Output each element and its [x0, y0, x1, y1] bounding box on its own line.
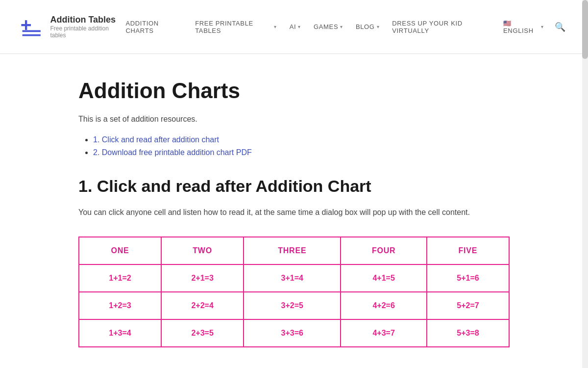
- dropdown-arrow-icon: ▾: [541, 24, 544, 29]
- table-row: 1+3=4 2+3=5 3+3=6 4+3=7 5+3=8: [79, 319, 509, 347]
- cell-2-5[interactable]: 5+2=7: [427, 292, 509, 319]
- table-row: 1+1=2 2+1=3 3+1=4 4+1=5 5+1=6: [79, 264, 509, 292]
- cell-3-3[interactable]: 3+3=6: [244, 319, 341, 347]
- toc-item-2: 2. Download free printable addition char…: [93, 148, 510, 157]
- nav-games[interactable]: GAMES ▾: [309, 20, 348, 33]
- logo-icon: +: [20, 14, 43, 40]
- main-nav: ADDITION CHARTS FREE PRINTABLE TABLES ▾ …: [121, 17, 568, 37]
- cell-1-3[interactable]: 3+1=4: [244, 264, 341, 292]
- cell-2-2[interactable]: 2+2=4: [161, 292, 244, 319]
- dropdown-arrow-icon: ▾: [377, 24, 380, 29]
- cell-2-4[interactable]: 4+2=6: [341, 292, 426, 319]
- search-button[interactable]: 🔍: [552, 19, 568, 35]
- logo-subtitle: Free printable addition tables: [50, 25, 121, 39]
- site-header: + Addition Tables Free printable additio…: [0, 0, 588, 54]
- cell-1-5[interactable]: 5+1=6: [427, 264, 509, 292]
- table-body: 1+1=2 2+1=3 3+1=4 4+1=5 5+1=6 1+2=3 2+2=…: [79, 264, 509, 347]
- logo-text: Addition Tables Free printable addition …: [50, 15, 121, 39]
- col-header-four: FOUR: [341, 237, 426, 264]
- cell-3-1[interactable]: 1+3=4: [79, 319, 161, 347]
- table-of-contents: 1. Click and read after addition chart 2…: [78, 135, 510, 157]
- nav-free-printable-tables[interactable]: FREE PRINTABLE TABLES ▾: [190, 17, 282, 37]
- col-header-one: ONE: [79, 237, 161, 264]
- scrollbar-thumb[interactable]: [582, 0, 588, 59]
- nav-addition-charts[interactable]: ADDITION CHARTS: [121, 17, 187, 37]
- search-icon: 🔍: [555, 22, 565, 32]
- scrollbar-track[interactable]: [582, 0, 588, 368]
- table-header: ONE TWO THREE FOUR FIVE: [79, 237, 509, 264]
- dropdown-arrow-icon: ▾: [340, 24, 343, 29]
- nav-dress-up[interactable]: DRESS UP YOUR KID VIRTUALLY: [387, 17, 495, 37]
- cell-2-1[interactable]: 1+2=3: [79, 292, 161, 319]
- logo-title: Addition Tables: [50, 15, 121, 25]
- page-title: Addition Charts: [78, 79, 510, 103]
- col-header-five: FIVE: [427, 237, 509, 264]
- nav-blog[interactable]: BLOG ▾: [351, 20, 384, 33]
- dropdown-arrow-icon: ▾: [274, 24, 277, 29]
- main-content: Addition Charts This is a set of additio…: [59, 54, 529, 368]
- svg-text:+: +: [21, 14, 32, 35]
- cell-3-4[interactable]: 4+3=7: [341, 319, 426, 347]
- table-row: 1+2=3 2+2=4 3+2=5 4+2=6 5+2=7: [79, 292, 509, 319]
- cell-1-1[interactable]: 1+1=2: [79, 264, 161, 292]
- toc-link-1[interactable]: 1. Click and read after addition chart: [93, 135, 219, 144]
- cell-3-2[interactable]: 2+3=5: [161, 319, 244, 347]
- addition-chart-table: ONE TWO THREE FOUR FIVE 1+1=2 2+1=3 3+1=…: [78, 237, 510, 347]
- intro-text: This is a set of addition resources.: [78, 113, 510, 126]
- dropdown-arrow-icon: ▾: [298, 24, 301, 29]
- cell-2-3[interactable]: 3+2=5: [244, 292, 341, 319]
- toc-item-1: 1. Click and read after addition chart: [93, 135, 510, 144]
- cell-1-2[interactable]: 2+1=3: [161, 264, 244, 292]
- section1-desc: You can click anyone cell and listen how…: [78, 206, 510, 219]
- toc-link-2[interactable]: 2. Download free printable addition char…: [93, 148, 252, 157]
- cell-1-4[interactable]: 4+1=5: [341, 264, 426, 292]
- section1-title: 1. Click and read after Addition Chart: [78, 177, 510, 196]
- table-header-row: ONE TWO THREE FOUR FIVE: [79, 237, 509, 264]
- logo-link[interactable]: + Addition Tables Free printable additio…: [20, 14, 121, 40]
- nav-language[interactable]: 🇺🇸 ENGLISH ▾: [498, 17, 549, 37]
- col-header-two: TWO: [161, 237, 244, 264]
- nav-ai[interactable]: AI ▾: [285, 20, 306, 33]
- col-header-three: THREE: [244, 237, 341, 264]
- cell-3-5[interactable]: 5+3=8: [427, 319, 509, 347]
